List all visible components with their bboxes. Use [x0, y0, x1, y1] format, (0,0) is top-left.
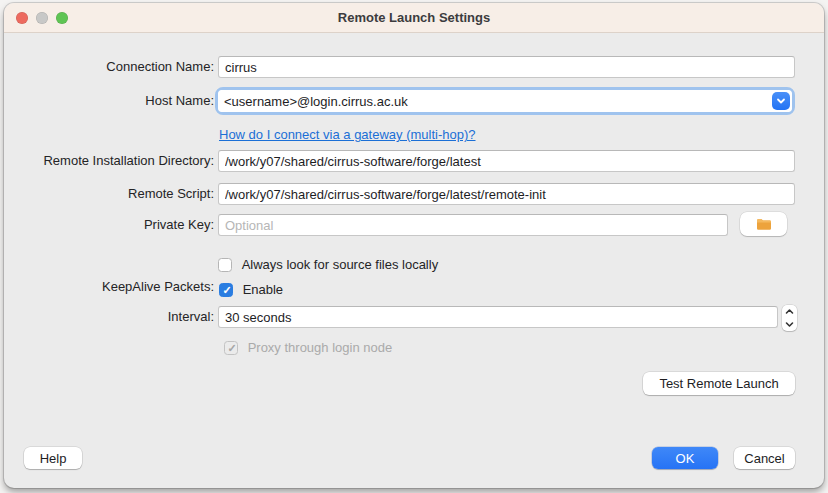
chevron-up-icon [785, 308, 794, 315]
cancel-button[interactable]: Cancel [734, 447, 795, 469]
keepalive-packets-label: KeepAlive Packets: [12, 279, 214, 295]
private-key-browse-button[interactable] [740, 212, 787, 236]
source-files-checkbox-label: Always look for source files locally [242, 257, 439, 272]
chevron-down-icon [785, 321, 794, 328]
private-key-label: Private Key: [12, 214, 214, 236]
stepper-up-button[interactable] [782, 305, 797, 318]
source-files-checkbox[interactable] [218, 258, 232, 272]
host-name-input[interactable] [218, 90, 792, 112]
interval-label: Interval: [12, 306, 214, 328]
remote-installation-directory-label: Remote Installation Directory: [12, 150, 214, 172]
proxy-checkbox-label: Proxy through login node [248, 340, 393, 355]
connection-name-label: Connection Name: [12, 56, 214, 78]
private-key-input[interactable] [218, 214, 728, 236]
keepalive-enable-row: Enable [219, 282, 283, 298]
gateway-help-link[interactable]: How do I connect via a gateway (multi-ho… [219, 127, 476, 142]
folder-icon [756, 218, 772, 231]
proxy-checkbox-row: Proxy through login node [224, 340, 392, 356]
traffic-lights [16, 12, 68, 24]
help-button[interactable]: Help [24, 447, 82, 469]
proxy-checkbox [224, 341, 238, 355]
zoom-button[interactable] [56, 12, 68, 24]
keepalive-enable-label: Enable [243, 282, 283, 297]
close-button[interactable] [16, 12, 28, 24]
minimize-button [36, 12, 48, 24]
remote-launch-settings-dialog: Remote Launch Settings Connection Name: … [4, 3, 824, 488]
chevron-down-icon [776, 96, 786, 106]
title-bar: Remote Launch Settings [4, 3, 824, 33]
test-remote-launch-button[interactable]: Test Remote Launch [643, 372, 795, 395]
remote-script-label: Remote Script: [12, 183, 214, 205]
host-name-combobox[interactable] [215, 87, 795, 115]
connection-name-input[interactable] [218, 56, 795, 78]
interval-stepper[interactable] [782, 305, 797, 331]
window-title: Remote Launch Settings [4, 3, 824, 33]
ok-button[interactable]: OK [652, 447, 718, 469]
source-files-checkbox-row: Always look for source files locally [218, 257, 438, 273]
host-name-dropdown-button[interactable] [772, 92, 790, 110]
stepper-down-button[interactable] [782, 318, 797, 331]
interval-input[interactable] [218, 306, 778, 328]
remote-script-input[interactable] [218, 183, 795, 205]
host-name-label: Host Name: [12, 90, 214, 112]
remote-installation-directory-input[interactable] [218, 150, 795, 172]
keepalive-enable-checkbox[interactable] [219, 283, 233, 297]
